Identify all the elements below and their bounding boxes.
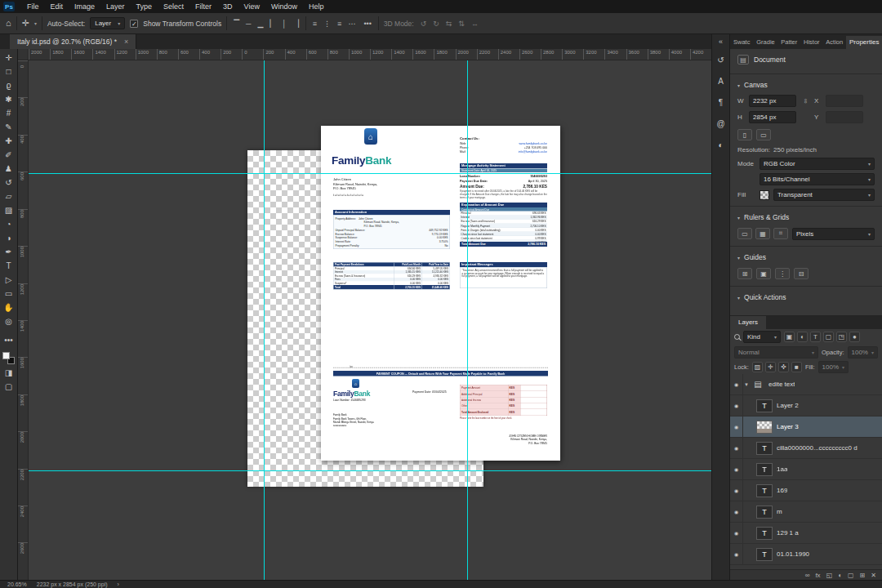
history-brush-tool[interactable]: ↺	[2, 176, 16, 189]
align-bottom-edges-icon[interactable]: ▁	[256, 19, 265, 29]
visibility-eye-icon[interactable]: ◉	[730, 395, 743, 416]
guide-vertical[interactable]	[467, 60, 468, 580]
distribute-spacing-vertical-icon[interactable]: ≡	[336, 19, 343, 29]
menu-item[interactable]: Edit	[45, 0, 69, 13]
dodge-tool[interactable]: ◑	[2, 231, 16, 245]
more-options-icon[interactable]: •••	[362, 19, 372, 29]
lasso-tool[interactable]: ϱ	[2, 78, 16, 92]
history-panel-icon[interactable]: ↺	[714, 52, 728, 67]
eyedropper-tool[interactable]: ✎	[2, 120, 16, 134]
menu-item[interactable]: 3D	[217, 0, 238, 13]
toggle-grid-icon[interactable]: ▦	[755, 228, 770, 239]
layer-row[interactable]: ◉ T 169	[730, 480, 882, 501]
portrait-orientation-icon[interactable]: ▯	[737, 129, 752, 140]
layer-name[interactable]: edite text	[768, 381, 795, 388]
document-tab[interactable]: Italy id.psd @ 20.7% (RGB/16) * ×	[10, 34, 136, 49]
bit-depth-dropdown[interactable]: 16 Bits/Channel▾	[760, 173, 875, 185]
toggle-rulers-icon[interactable]: ▭	[737, 228, 752, 239]
filter-pixel-layers-icon[interactable]: ▣	[784, 332, 795, 342]
menu-item[interactable]: Help	[303, 0, 330, 13]
layer-thumbnail[interactable]: T	[756, 548, 773, 561]
visibility-eye-icon[interactable]: ◉	[730, 523, 743, 543]
quick-selection-tool[interactable]: ✱	[2, 92, 16, 106]
crop-tool[interactable]: #	[2, 106, 16, 120]
3d-scale-icon[interactable]: ↔	[470, 19, 480, 29]
lock-position-icon[interactable]: ✜	[778, 362, 789, 372]
layer-name[interactable]: Layer 3	[777, 423, 799, 430]
gradient-tool[interactable]: ▨	[2, 203, 16, 217]
lock-guides-icon[interactable]: ▣	[756, 268, 771, 279]
foreground-color-swatch[interactable]	[2, 352, 10, 359]
horizontal-ruler[interactable]: 2000180016001400120010008006004002000200…	[29, 49, 711, 60]
pen-tool[interactable]: ✒	[2, 245, 16, 259]
layer-thumbnail[interactable]	[756, 421, 773, 434]
panel-tab[interactable]: Gradie	[753, 36, 777, 49]
brush-tool[interactable]: ✐	[2, 148, 16, 162]
filter-toggle-icon[interactable]: ●	[849, 332, 860, 342]
layer-thumbnail[interactable]: T	[756, 442, 773, 455]
align-horizontal-centers-icon[interactable]: │	[280, 19, 288, 29]
type-tool[interactable]: T	[2, 259, 16, 273]
hand-tool[interactable]: ✋	[2, 301, 16, 314]
distribute-horizontally-icon[interactable]: ⋮	[322, 19, 332, 29]
move-tool-preset-icon[interactable]: ✛	[22, 19, 29, 28]
guide-vertical[interactable]	[264, 60, 265, 580]
path-selection-tool[interactable]: ▷	[2, 273, 16, 287]
distribute-spacing-horizontal-icon[interactable]: ⋯	[346, 19, 357, 29]
layer-row[interactable]: ◉ T 129 1 a	[730, 523, 882, 544]
lock-transparency-icon[interactable]: ▨	[752, 362, 763, 372]
adjustments-panel-icon[interactable]: ◐	[714, 137, 728, 152]
document-page[interactable]: ⌂ FamilyBank John CitizenKilimani Road, …	[321, 126, 560, 461]
visibility-eye-icon[interactable]: ◉	[730, 544, 743, 564]
layer-row[interactable]: ◉ T 01.01.1990	[730, 544, 882, 565]
show-transform-checkbox[interactable]: ✓	[130, 20, 138, 28]
home-icon[interactable]: ⌂	[6, 19, 11, 28]
spot-healing-brush-tool[interactable]: ✚	[2, 134, 16, 148]
align-right-edges-icon[interactable]: ▕	[292, 19, 301, 29]
canvas-area[interactable]: 2000180016001400120010008006004002000200…	[18, 49, 711, 580]
delete-layer-icon[interactable]: ✕	[871, 572, 876, 579]
screen-mode-icon[interactable]: ▢	[2, 380, 16, 394]
guide-horizontal[interactable]	[29, 470, 711, 471]
menu-item[interactable]: Layer	[100, 0, 131, 13]
ruler-origin-corner[interactable]	[18, 49, 29, 60]
visibility-eye-icon[interactable]: ◉	[730, 416, 743, 437]
zoom-tool[interactable]: ◎	[2, 314, 16, 328]
opacity-field[interactable]: 100%▾	[848, 346, 878, 359]
layer-row[interactable]: ◉ T 1aa	[730, 459, 882, 480]
layer-row[interactable]: ◉ T Layer 2	[730, 395, 882, 416]
glyphs-panel-icon[interactable]: @	[714, 116, 728, 131]
tab-layers[interactable]: Layers	[730, 316, 766, 329]
rectangular-marquee-tool[interactable]: □	[2, 65, 16, 78]
layer-row[interactable]: ◉ T cilla0000000...ccccccccc0 d	[730, 438, 882, 459]
filter-smart-objects-icon[interactable]: ◳	[836, 332, 847, 342]
visibility-eye-icon[interactable]: ◉	[730, 501, 743, 522]
layers-fill-field[interactable]: 100%▾	[818, 361, 849, 373]
panel-tab[interactable]: Swatc	[730, 36, 753, 49]
group-chevron-icon[interactable]: ▼	[743, 382, 750, 387]
lock-all-icon[interactable]: ■	[791, 362, 802, 372]
layer-thumbnail[interactable]: T	[756, 463, 773, 476]
align-left-edges-icon[interactable]: ▏	[268, 19, 277, 29]
new-guide-layout-icon[interactable]: ⊞	[737, 268, 752, 279]
menu-item[interactable]: Image	[69, 0, 100, 13]
menu-item[interactable]: File	[21, 0, 45, 13]
layer-row[interactable]: ◉ ▼ ▤ edite text	[730, 374, 882, 395]
rulers-grids-section-header[interactable]: ▾ Rulers & Grids	[737, 210, 875, 225]
eraser-tool[interactable]: ▱	[2, 189, 16, 203]
panel-tab[interactable]: Action	[822, 36, 846, 49]
clone-stamp-tool[interactable]: ♟	[2, 162, 16, 176]
menu-item[interactable]: Select	[158, 0, 189, 13]
layer-thumbnail[interactable]: T	[756, 527, 773, 540]
layer-row[interactable]: ◉ T m	[730, 501, 882, 523]
link-dimensions-icon[interactable]: ∞	[802, 95, 809, 106]
3d-roll-icon[interactable]: ↻	[431, 19, 441, 29]
landscape-orientation-icon[interactable]: ▭	[756, 129, 771, 140]
layer-name[interactable]: cilla0000000...ccccccccc0 d	[777, 444, 858, 452]
canvas-fill-dropdown[interactable]: Transparent▾	[773, 189, 875, 201]
filter-kind-dropdown[interactable]: Kind▾	[743, 331, 781, 343]
filter-shape-layers-icon[interactable]: ▢	[823, 332, 834, 342]
photoshop-logo[interactable]: Ps	[3, 2, 15, 11]
guide-horizontal[interactable]	[29, 173, 711, 174]
status-caret-icon[interactable]: ›	[118, 581, 119, 587]
